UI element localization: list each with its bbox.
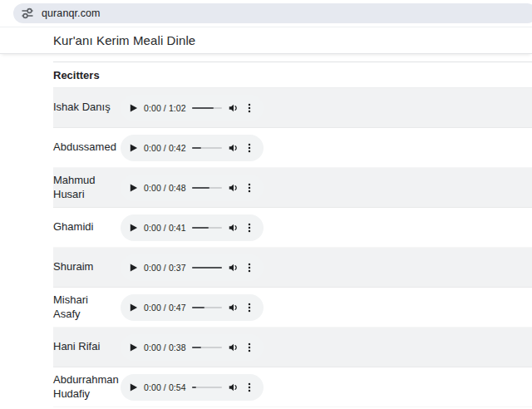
page-title: Kur'anı Kerim Meali Dinle [53, 33, 195, 47]
more-options-icon[interactable] [244, 302, 255, 313]
time-display: 0:00 / 1:02 [144, 103, 186, 113]
audio-player[interactable]: 0:00 / 0:37 [121, 254, 264, 281]
audio-player[interactable]: 0:00 / 0:48 [121, 175, 264, 201]
seek-bar-fill [192, 347, 201, 348]
seek-bar-fill [192, 227, 209, 229]
time-display: 0:00 / 0:37 [144, 263, 186, 273]
play-icon[interactable] [129, 263, 138, 273]
play-icon[interactable] [129, 382, 138, 392]
more-options-icon[interactable] [244, 342, 255, 353]
reciter-row: Abdussamed 0:00 / 0:42 [53, 128, 532, 168]
volume-icon[interactable] [228, 302, 239, 313]
page-content: Recitters Ishak Danış 0:00 / 1:02 [0, 54, 532, 407]
volume-icon[interactable] [228, 222, 239, 234]
volume-icon[interactable] [228, 102, 239, 114]
reciter-row: Abdurrahman Hudafiy 0:00 / 0:54 [53, 367, 532, 407]
seek-bar[interactable] [192, 147, 222, 149]
volume-icon[interactable] [228, 342, 239, 353]
seek-bar-fill [192, 307, 204, 308]
table-header: Recitters [53, 62, 532, 88]
volume-icon[interactable] [228, 142, 239, 154]
volume-icon[interactable] [228, 382, 239, 393]
seek-bar[interactable] [192, 387, 222, 388]
reciter-row: Mishari Asafy 0:00 / 0:47 [53, 288, 532, 328]
more-options-icon[interactable] [244, 382, 255, 393]
volume-icon[interactable] [228, 182, 239, 194]
reciter-name: Shuraim [53, 260, 121, 274]
address-bar[interactable]: quranqr.com [13, 3, 532, 23]
play-icon[interactable] [129, 342, 138, 352]
play-icon[interactable] [129, 143, 138, 153]
reciter-row: Mahmud Husari 0:00 / 0:48 [53, 168, 532, 208]
time-display: 0:00 / 0:41 [144, 223, 186, 233]
seek-bar-fill [192, 387, 196, 388]
more-options-icon[interactable] [244, 182, 255, 194]
audio-player[interactable]: 0:00 / 0:38 [121, 334, 264, 361]
seek-bar[interactable] [192, 307, 222, 308]
time-display: 0:00 / 0:47 [144, 303, 186, 313]
play-icon[interactable] [129, 183, 138, 193]
tune-icon[interactable] [21, 7, 34, 20]
time-display: 0:00 / 0:38 [144, 342, 186, 352]
seek-bar-fill [192, 267, 222, 269]
reciter-name: Hani Rifai [53, 340, 121, 354]
reciter-name: Mahmud Husari [53, 174, 121, 202]
time-display: 0:00 / 0:54 [144, 382, 186, 392]
audio-player[interactable]: 0:00 / 0:47 [121, 294, 264, 321]
url-text[interactable]: quranqr.com [42, 7, 101, 19]
table-body: Ishak Danış 0:00 / 1:02 Abdussamed [53, 88, 532, 407]
seek-bar-fill [192, 107, 214, 109]
play-icon[interactable] [129, 303, 138, 313]
audio-player[interactable]: 0:00 / 0:41 [121, 214, 264, 241]
reciter-name: Mishari Asafy [53, 293, 121, 322]
reciter-name: Abdurrahman Hudafiy [53, 373, 121, 402]
seek-bar-fill [192, 147, 201, 149]
reciters-table: Recitters Ishak Danış 0:00 / 1:02 [53, 62, 532, 407]
more-options-icon[interactable] [244, 262, 255, 273]
more-options-icon[interactable] [244, 142, 255, 154]
play-icon[interactable] [129, 103, 138, 113]
seek-bar[interactable] [192, 107, 222, 109]
seek-bar[interactable] [192, 187, 222, 189]
reciter-name: Ghamidi [53, 220, 121, 234]
reciter-name: Abdussamed [53, 140, 121, 155]
reciter-row: Ishak Danış 0:00 / 1:02 [53, 88, 532, 128]
more-options-icon[interactable] [244, 222, 255, 234]
seek-bar[interactable] [192, 227, 222, 229]
reciter-row: Shuraim 0:00 / 0:37 [53, 248, 532, 288]
reciter-name: Ishak Danış [53, 101, 121, 115]
seek-bar-fill [192, 187, 209, 189]
audio-player[interactable]: 0:00 / 0:42 [121, 135, 264, 161]
reciter-row: Ghamidi 0:00 / 0:41 [53, 208, 532, 248]
time-display: 0:00 / 0:48 [144, 183, 186, 193]
volume-icon[interactable] [228, 262, 239, 273]
audio-player[interactable]: 0:00 / 0:54 [121, 374, 264, 401]
more-options-icon[interactable] [244, 102, 255, 114]
seek-bar[interactable] [192, 347, 222, 348]
audio-player[interactable]: 0:00 / 1:02 [121, 95, 264, 121]
page-header: Kur'anı Kerim Meali Dinle [0, 27, 532, 54]
time-display: 0:00 / 0:42 [144, 143, 186, 153]
browser-toolbar: quranqr.com [0, 0, 532, 27]
play-icon[interactable] [129, 223, 138, 233]
browser-window: quranqr.com Kur'anı Kerim Meali Dinle Re… [0, 0, 532, 409]
seek-bar[interactable] [192, 267, 222, 269]
reciter-row: Hani Rifai 0:00 / 0:38 [53, 328, 532, 367]
